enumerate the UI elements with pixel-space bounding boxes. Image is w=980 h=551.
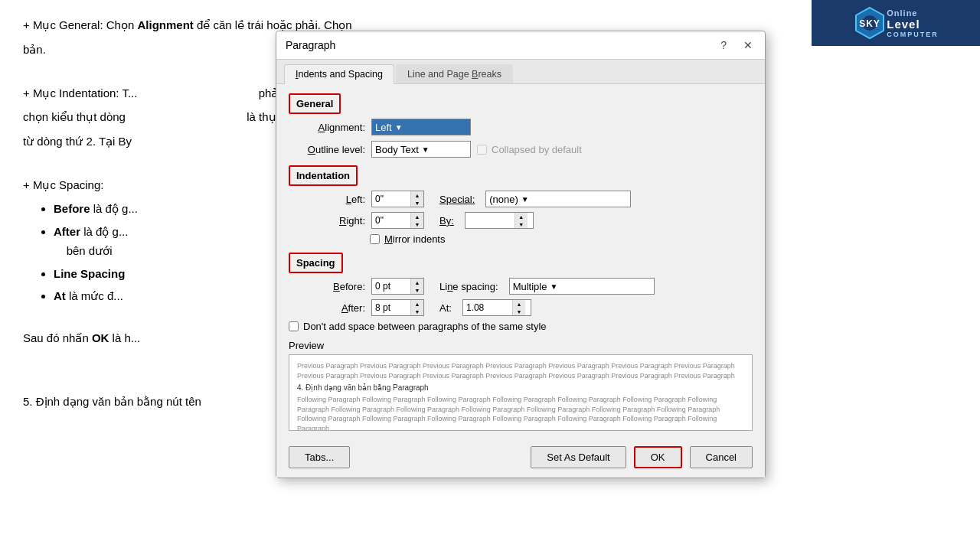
spacing-before-label: Before: — [289, 281, 365, 292]
spacing-after-down-arrow[interactable]: ▼ — [411, 308, 423, 315]
spacing-after-label: After: — [289, 302, 365, 314]
collapsed-by-default-checkbox[interactable] — [477, 145, 487, 155]
by-input[interactable] — [466, 213, 514, 228]
spacing-after-arrows: ▲ ▼ — [410, 300, 423, 315]
dialog-body: General Alignment: Left ▼ Outline level:… — [276, 84, 765, 440]
spacing-after-spinbox[interactable]: ▲ ▼ — [371, 299, 424, 316]
spacing-after-up-arrow[interactable]: ▲ — [411, 300, 423, 308]
indent-left-row: Left: ▲ ▼ — [289, 191, 424, 207]
dialog-tabs: Indents and Spacing Line and Page Breaks — [276, 60, 765, 84]
dialog-titlebar: Paragraph ? ✕ — [276, 31, 765, 60]
mirror-indents-label: Mirror indents — [384, 233, 445, 245]
indent-right-spinbox[interactable]: ▲ ▼ — [371, 212, 424, 229]
right-buttons: Set As Default OK Cancel — [531, 446, 753, 468]
spacing-after-row: After: ▲ ▼ — [289, 299, 424, 316]
by-up-arrow[interactable]: ▲ — [515, 213, 528, 220]
indentation-section-label: Indentation — [289, 165, 358, 186]
spacing-before-arrows: ▲ ▼ — [410, 279, 423, 294]
by-label: By: — [439, 215, 454, 227]
line-spacing-value: Multiple — [513, 281, 547, 292]
indent-left-input[interactable] — [372, 191, 410, 207]
special-arrow-icon: ▼ — [521, 195, 529, 204]
dialog-buttons: Tabs... Set As Default OK Cancel — [276, 440, 765, 478]
spacing-after-input[interactable] — [372, 300, 410, 315]
spacing-before-down-arrow[interactable]: ▼ — [411, 286, 423, 294]
dont-add-space-row: Don't add space between paragraphs of th… — [289, 321, 753, 332]
set-as-default-button[interactable]: Set As Default — [531, 446, 626, 468]
close-button[interactable]: ✕ — [740, 37, 756, 53]
svg-text:SKY: SKY — [859, 18, 880, 29]
mirror-indents-checkbox[interactable] — [370, 234, 380, 244]
preview-main-text: 4. Định dạng văn bản bằng Paragraph — [297, 383, 744, 392]
indent-left-label: Left: — [289, 194, 365, 205]
special-value: (none) — [489, 194, 518, 205]
by-row: By: ▲ ▼ — [439, 212, 631, 229]
indent-left-down-arrow[interactable]: ▼ — [411, 199, 423, 207]
at-input[interactable] — [463, 300, 512, 315]
help-button[interactable]: ? — [717, 37, 730, 53]
preview-following-text: Following Paragraph Following Paragraph … — [297, 395, 744, 431]
general-section: General Alignment: Left ▼ Outline level:… — [289, 93, 753, 158]
indentation-section: Indentation Left: ▲ ▼ R — [289, 165, 753, 245]
preview-previous-text: Previous Paragraph Previous Paragraph Pr… — [297, 361, 744, 380]
indent-left-up-arrow[interactable]: ▲ — [411, 191, 423, 199]
at-up-arrow[interactable]: ▲ — [513, 300, 525, 308]
at-label: At: — [439, 302, 452, 314]
at-row: At: ▲ ▼ — [439, 299, 655, 316]
line-spacing-arrow-icon: ▼ — [550, 282, 557, 291]
at-down-arrow[interactable]: ▼ — [513, 308, 525, 315]
logo-area: SKY Online Level COMPUTER — [812, 0, 980, 46]
special-label: Special: — [439, 194, 475, 205]
indent-right-row: Right: ▲ ▼ — [289, 212, 424, 229]
dialog-title: Paragraph — [286, 39, 335, 51]
indent-right-arrows: ▲ ▼ — [410, 213, 423, 228]
indent-right-down-arrow[interactable]: ▼ — [411, 220, 423, 228]
outline-level-select[interactable]: Body Text ▼ — [371, 141, 471, 158]
spacing-before-spinbox[interactable]: ▲ ▼ — [371, 278, 424, 295]
logo-text: Online Level COMPUTER — [887, 8, 939, 38]
general-section-label: General — [289, 93, 341, 114]
ok-button[interactable]: OK — [634, 446, 682, 468]
indent-right-input[interactable] — [372, 213, 410, 228]
indent-right-up-arrow[interactable]: ▲ — [411, 213, 423, 220]
tab-indents-spacing-label: Indents and Spacing — [296, 69, 383, 80]
alignment-row: Alignment: Left ▼ — [289, 119, 753, 135]
preview-box: Previous Paragraph Previous Paragraph Pr… — [289, 354, 753, 431]
by-arrows: ▲ ▼ — [514, 213, 528, 228]
dont-add-space-label: Don't add space between paragraphs of th… — [303, 321, 547, 332]
dont-add-space-checkbox[interactable] — [289, 321, 299, 331]
logo-online: Online — [887, 8, 939, 18]
indent-left-arrows: ▲ ▼ — [410, 191, 423, 207]
logo-computer: COMPUTER — [887, 31, 939, 38]
spacing-before-up-arrow[interactable]: ▲ — [411, 279, 423, 286]
special-row: Special: (none) ▼ — [439, 191, 631, 207]
preview-section: Preview Previous Paragraph Previous Para… — [289, 340, 753, 431]
by-down-arrow[interactable]: ▼ — [515, 220, 528, 228]
special-select[interactable]: (none) ▼ — [485, 191, 631, 207]
preview-label: Preview — [289, 340, 753, 351]
at-spinbox[interactable]: ▲ ▼ — [462, 299, 531, 316]
dialog-title-controls: ? ✕ — [717, 37, 756, 53]
line-spacing-select[interactable]: Multiple ▼ — [509, 278, 655, 295]
alignment-select[interactable]: Left ▼ — [371, 119, 471, 135]
spacing-section: Spacing Before: ▲ ▼ Aft — [289, 253, 753, 332]
tabs-button[interactable]: Tabs... — [289, 446, 350, 468]
cancel-button[interactable]: Cancel — [690, 446, 753, 468]
logo-level: Level — [887, 18, 939, 31]
alignment-value: Left — [375, 122, 392, 133]
alignment-arrow-icon: ▼ — [395, 123, 403, 132]
indent-left-spinbox[interactable]: ▲ ▼ — [371, 191, 424, 207]
tab-line-page-breaks[interactable]: Line and Page Breaks — [396, 64, 513, 83]
tab-indents-spacing[interactable]: Indents and Spacing — [284, 64, 394, 84]
outline-level-arrow-icon: ▼ — [422, 145, 430, 154]
spacing-before-input[interactable] — [372, 279, 410, 294]
outline-level-row: Outline level: Body Text ▼ Collapsed by … — [289, 141, 753, 158]
outline-level-value: Body Text — [375, 144, 419, 155]
tab-line-page-breaks-label: Line and Page Breaks — [407, 69, 501, 80]
spacing-before-row: Before: ▲ ▼ — [289, 278, 424, 295]
at-arrows: ▲ ▼ — [512, 300, 525, 315]
indent-right-label: Right: — [289, 215, 365, 227]
collapsed-by-default-label: Collapsed by default — [492, 144, 582, 155]
by-spinbox[interactable]: ▲ ▼ — [465, 212, 534, 229]
alignment-label: Alignment: — [289, 122, 365, 133]
